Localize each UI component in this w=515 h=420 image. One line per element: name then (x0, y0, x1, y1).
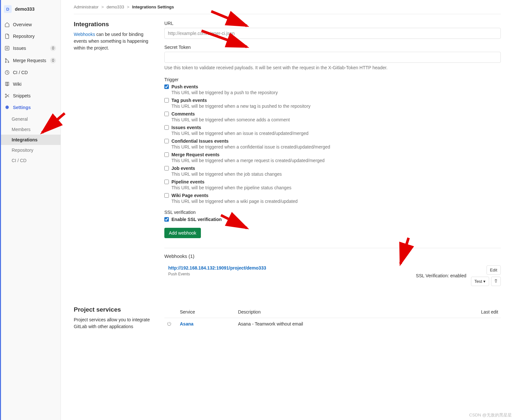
trigger-checkbox[interactable] (164, 166, 169, 171)
svg-point-3 (5, 62, 6, 63)
sidebar-item-settings[interactable]: Settings (0, 102, 60, 113)
trigger-desc: This URL will be triggered when someone … (171, 117, 501, 122)
sidebar-item-issues[interactable]: Issues 0 (0, 42, 60, 54)
trigger-checkbox-label: Wiki Page events (171, 193, 208, 198)
svg-point-1 (6, 48, 8, 49)
sidebar-item-label: Wiki (13, 82, 21, 87)
subnav-general[interactable]: General (0, 114, 60, 124)
project-services-section: Project services Project services allow … (74, 306, 501, 330)
trigger-checkbox[interactable] (164, 152, 169, 157)
power-icon (167, 321, 171, 326)
secret-token-input[interactable] (164, 52, 501, 63)
merge-icon (5, 58, 10, 63)
issues-icon (5, 46, 10, 51)
trigger-checkbox-label: Tag push events (171, 98, 207, 103)
svg-point-7 (5, 96, 6, 97)
col-last-edit: Last edit (437, 306, 501, 318)
breadcrumb-project[interactable]: demo333 (106, 5, 124, 9)
trigger-checkbox-label: Push events (171, 84, 198, 89)
secret-token-label: Secret Token (164, 45, 501, 50)
watermark: CSDN @无敌的黑星星 (469, 412, 512, 418)
subnav-cicd[interactable]: CI / CD (0, 155, 60, 166)
breadcrumb-admin[interactable]: Administrator (74, 5, 99, 9)
project-name: demo333 (15, 6, 35, 12)
sidebar-item-label: Issues (13, 46, 26, 51)
webhooks-count-title: Webhooks (1) (164, 253, 501, 259)
project-header[interactable]: D demo333 (0, 3, 60, 16)
sidebar-item-merge-requests[interactable]: Merge Requests 0 (0, 54, 60, 67)
trigger-row: Merge Request eventsThis URL will be tri… (164, 152, 501, 163)
integrations-heading: Integrations (74, 21, 155, 28)
sidebar-item-repository[interactable]: Repository (0, 30, 60, 42)
trigger-desc: This URL will be triggered when a wiki p… (171, 199, 501, 204)
divider (164, 248, 501, 248)
sidebar-item-wiki[interactable]: Wiki (0, 78, 60, 90)
table-row: Asana Asana - Teamwork without email (164, 318, 501, 330)
integrations-desc: Webhooks can be used for binding events … (74, 31, 155, 51)
sidebar-item-cicd[interactable]: CI / CD (0, 67, 60, 78)
trigger-desc: This URL will be triggered when a new ta… (171, 104, 501, 109)
delete-webhook-button[interactable] (491, 277, 501, 286)
ssl-checkbox-label: Enable SSL verification (171, 217, 222, 222)
trigger-row: Push eventsThis URL will be triggered by… (164, 84, 501, 95)
webhook-url-link[interactable]: http://192.168.184.132:19091/project/dem… (168, 265, 266, 271)
trigger-checkbox[interactable] (164, 98, 169, 103)
test-webhook-button[interactable]: Test ▾ (471, 277, 489, 286)
url-input[interactable] (164, 28, 501, 39)
mr-count-badge: 0 (50, 58, 56, 63)
sidebar-item-label: Snippets (13, 93, 30, 98)
trash-icon (494, 279, 498, 283)
subnav-integrations[interactable]: Integrations (0, 135, 60, 145)
sidebar-item-snippets[interactable]: Snippets (0, 90, 60, 102)
services-heading: Project services (74, 306, 155, 313)
trigger-row: Wiki Page eventsThis URL will be trigger… (164, 193, 501, 204)
svg-point-4 (8, 62, 9, 63)
settings-subnav: General Members Integrations Repository … (0, 113, 60, 167)
sidebar-item-overview[interactable]: Overview (0, 19, 60, 30)
file-icon (5, 34, 10, 39)
integrations-section: Integrations Webhooks can be used for bi… (74, 21, 501, 290)
subnav-members[interactable]: Members (0, 124, 60, 135)
sidebar-item-label: Settings (13, 105, 31, 110)
sidebar: D demo333 Overview Repository Issues 0 M… (0, 0, 61, 420)
trigger-checkbox-label: Merge Request events (171, 152, 220, 157)
trigger-checkbox[interactable] (164, 180, 169, 184)
project-avatar: D (4, 5, 12, 13)
trigger-checkbox[interactable] (164, 84, 169, 89)
integrations-intro: Integrations Webhooks can be used for bi… (74, 21, 164, 51)
ssl-checkbox[interactable] (164, 217, 169, 222)
subnav-repository[interactable]: Repository (0, 145, 60, 155)
col-description: Description (236, 306, 437, 318)
trigger-checkbox-label: Comments (171, 111, 195, 116)
trigger-checkbox[interactable] (164, 112, 169, 116)
trigger-checkbox-label: Issues events (171, 125, 201, 130)
edit-webhook-button[interactable]: Edit (487, 265, 501, 275)
add-webhook-button[interactable]: Add webhook (164, 228, 201, 238)
trigger-row: Pipeline eventsThis URL will be triggere… (164, 179, 501, 190)
webhook-form: URL Secret Token Use this token to valid… (164, 21, 501, 290)
svg-rect-0 (5, 46, 9, 50)
webhooks-link[interactable]: Webhooks (74, 32, 95, 37)
trigger-row: Job eventsThis URL will be triggered whe… (164, 166, 501, 177)
sidebar-item-label: Overview (13, 22, 32, 27)
trigger-checkbox-label: Pipeline events (171, 179, 204, 184)
trigger-checkbox[interactable] (164, 125, 169, 130)
trigger-row: Issues eventsThis URL will be triggered … (164, 125, 501, 136)
ssl-heading: SSL verification (164, 210, 501, 215)
col-service: Service (177, 306, 236, 318)
trigger-label: Trigger (164, 77, 501, 82)
trigger-desc: This URL will be triggered when the pipe… (171, 185, 501, 190)
trigger-checkbox[interactable] (164, 193, 169, 198)
home-icon (5, 22, 10, 27)
trigger-row: CommentsThis URL will be triggered when … (164, 111, 501, 122)
service-link-asana[interactable]: Asana (180, 321, 193, 326)
secret-token-help: Use this token to validate received payl… (164, 65, 501, 71)
divider (74, 14, 501, 14)
trigger-checkbox-label: Job events (171, 166, 195, 171)
sidebar-item-label: Repository (13, 34, 35, 39)
trigger-desc: This URL will be triggered by a push to … (171, 90, 501, 95)
sidebar-item-label: Merge Requests (13, 58, 46, 63)
breadcrumb-current: Integrations Settings (132, 5, 174, 9)
trigger-checkbox[interactable] (164, 139, 169, 143)
breadcrumb: Administrator > demo333 > Integrations S… (74, 5, 501, 9)
